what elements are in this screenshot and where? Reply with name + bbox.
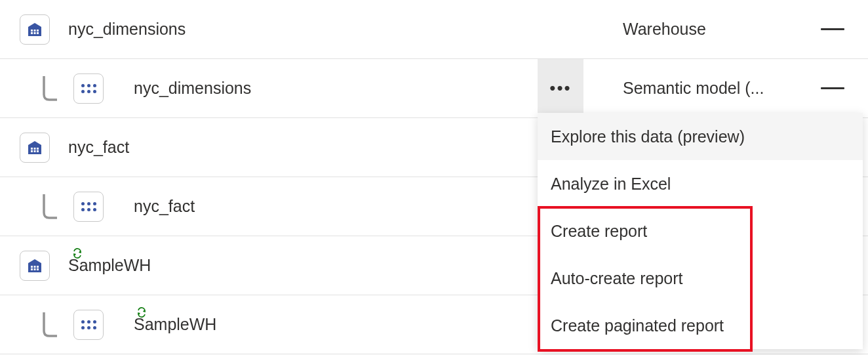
svg-rect-13: [34, 266, 36, 268]
svg-rect-17: [37, 268, 39, 270]
type-label: Semantic model (...: [623, 79, 793, 98]
menu-item-auto-create[interactable]: Auto-create report: [538, 255, 863, 302]
svg-rect-1: [34, 30, 36, 31]
refresh-icon: [136, 307, 147, 318]
type-label: Warehouse: [623, 20, 793, 39]
svg-rect-11: [37, 150, 39, 152]
semantic-model-icon: [73, 192, 104, 222]
refresh-icon: [72, 248, 83, 259]
svg-rect-2: [37, 30, 39, 31]
menu-item-create-report[interactable]: Create report: [538, 207, 863, 255]
menu-item-paginated[interactable]: Create paginated report: [538, 302, 863, 349]
menu-item-explore[interactable]: Explore this data (preview): [538, 113, 863, 160]
row-meta: Warehouse: [623, 20, 844, 39]
list-item[interactable]: nyc_dimensions ••• Semantic model (...: [0, 59, 868, 118]
svg-rect-16: [34, 268, 36, 270]
svg-rect-14: [37, 266, 39, 268]
svg-rect-15: [31, 268, 33, 270]
warehouse-icon: [20, 251, 50, 281]
warehouse-icon: [20, 14, 50, 45]
tree-connector-icon: [39, 310, 60, 339]
svg-rect-3: [31, 32, 33, 34]
svg-rect-7: [34, 148, 36, 150]
dash-icon: [821, 87, 844, 89]
svg-rect-4: [34, 32, 36, 34]
more-options-button[interactable]: •••: [538, 59, 583, 118]
svg-rect-5: [37, 32, 39, 34]
svg-rect-12: [31, 266, 33, 268]
svg-rect-10: [34, 150, 36, 152]
svg-rect-6: [31, 148, 33, 150]
warehouse-icon: [20, 133, 50, 163]
row-meta: Semantic model (...: [623, 79, 844, 98]
svg-rect-0: [31, 30, 33, 31]
context-menu: Explore this data (preview) Analyze in E…: [538, 113, 863, 349]
semantic-model-icon: [73, 73, 104, 104]
dash-icon: [821, 28, 844, 30]
list-item[interactable]: nyc_dimensions Warehouse: [0, 0, 868, 59]
menu-item-analyze[interactable]: Analyze in Excel: [538, 160, 863, 207]
svg-rect-9: [31, 150, 33, 152]
tree-connector-icon: [39, 192, 60, 221]
tree-connector-icon: [39, 74, 60, 103]
svg-rect-8: [37, 148, 39, 150]
semantic-model-icon: [73, 310, 104, 340]
